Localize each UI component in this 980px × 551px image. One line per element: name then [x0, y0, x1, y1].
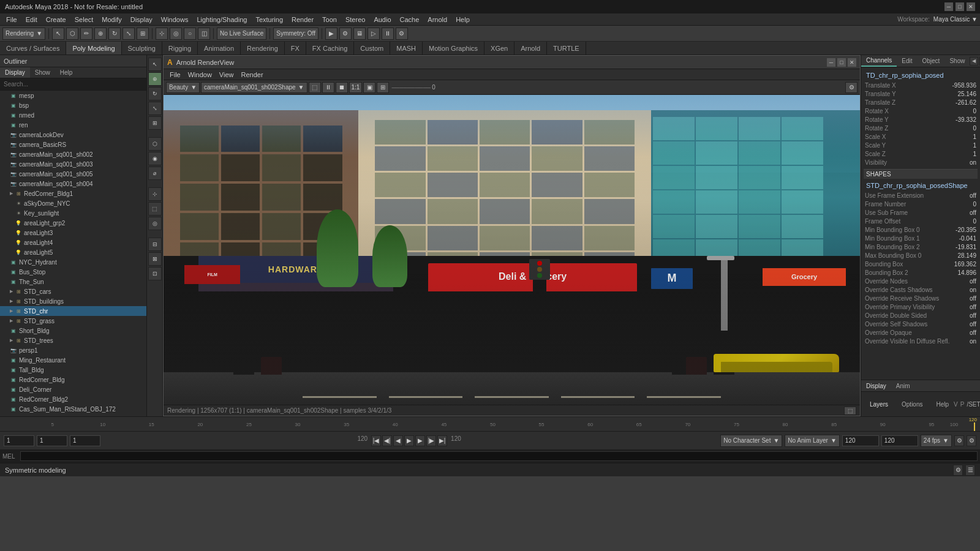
arnold-settings-btn[interactable]: ⚙	[845, 82, 858, 93]
prop-scale-z[interactable]: Scale Z 1	[864, 149, 978, 158]
outliner-item-camera-sh002[interactable]: 📷 cameraMain_sq001_sh002	[0, 149, 146, 159]
zoom-btn[interactable]: ⊞	[377, 82, 389, 93]
outliner-item-camera-basicRS[interactable]: 📷 camera_BasicRS	[0, 140, 146, 149]
prev-frame-btn[interactable]: ◀	[393, 435, 403, 446]
live-surface-dropdown[interactable]: No Live Surface	[217, 28, 266, 40]
arnold-close-btn[interactable]: ✕	[848, 58, 856, 67]
prop-use-frame-extension[interactable]: Use Frame Extension off	[864, 191, 978, 200]
symmetry-dropdown[interactable]: Symmetry: Off	[273, 28, 318, 40]
outliner-item-cameraLookDev[interactable]: 📷 cameraLookDev	[0, 130, 146, 140]
rb-tab-display[interactable]: Display	[861, 380, 891, 391]
tool-show-manip-btn[interactable]: ⊞	[148, 116, 162, 130]
arnold-menu-file[interactable]: File	[166, 70, 184, 80]
tool-scale-btn[interactable]: ⤡	[148, 102, 162, 115]
outliner-item-arealight5[interactable]: 💡 areaLight5	[0, 247, 146, 257]
start-frame-input[interactable]	[4, 435, 34, 446]
prop-scale-x[interactable]: Scale X 1	[864, 132, 978, 141]
right-tab-channels[interactable]: Channels	[861, 55, 897, 67]
prop-use-sub-frame[interactable]: Use Sub Frame off	[864, 208, 978, 217]
render-pause-btn[interactable]: ⏸	[322, 82, 334, 93]
current-frame-input[interactable]	[37, 435, 67, 446]
close-button[interactable]: ✕	[967, 2, 975, 11]
playback-options-btn[interactable]: ⚙	[954, 435, 964, 446]
menu-windows[interactable]: Windows	[157, 15, 192, 24]
rb-tab-anim[interactable]: Anim	[891, 380, 915, 391]
outliner-item-redcorner-bldg[interactable]: ▣ RedCorner_Bldg	[0, 375, 146, 384]
menu-select[interactable]: Select	[71, 15, 97, 24]
outliner-item-ren[interactable]: ▣ ren	[0, 120, 146, 130]
prop-max-bounding-box-0[interactable]: Max Bounding Box 0 28.149	[864, 251, 978, 260]
no-anim-layer-dropdown[interactable]: No Anim Layer ▼	[785, 435, 840, 447]
arnold-minimize-btn[interactable]: ─	[827, 58, 835, 67]
prop-override-primary-visibility[interactable]: Override Primary Visibility off	[864, 302, 978, 311]
prop-override-nodes[interactable]: Override Nodes off	[864, 277, 978, 285]
tool-xray-btn[interactable]: ◎	[148, 217, 162, 230]
camera-dropdown[interactable]: cameraMain_sq001_sh002Shape ▼	[201, 82, 307, 93]
outliner-item-std-trees[interactable]: ▶ ⊞ STD_trees	[0, 335, 146, 345]
outliner-item-short-bldg[interactable]: ▣ Short_Bldg	[0, 326, 146, 335]
arnold-titlebar[interactable]: A Arnold RenderView ─ □ ✕	[164, 56, 860, 69]
menu-file[interactable]: File	[2, 15, 21, 24]
tool-snap-curve[interactable]: ◎	[170, 28, 182, 40]
right-tab-edit[interactable]: Edit	[897, 55, 917, 67]
arnold-menu-window[interactable]: Window	[184, 70, 216, 80]
prop-override-visible-diffuse[interactable]: Override Visible In Diffuse Refl. on	[864, 337, 978, 345]
menu-display[interactable]: Display	[127, 15, 156, 24]
status-btn1[interactable]: ⚙	[953, 465, 963, 476]
tool-soft-select-btn[interactable]: ⬡	[148, 137, 162, 151]
tool-move[interactable]: ⊕	[94, 28, 107, 40]
menu-modify[interactable]: Modify	[98, 15, 125, 24]
tab-rendering[interactable]: Rendering	[241, 42, 285, 54]
tab-motion-graphics[interactable]: Motion Graphics	[423, 42, 484, 54]
snap-to-pixels-btn[interactable]: 1:1	[349, 82, 363, 93]
tool-snap-to-grid-btn[interactable]: ⊹	[148, 187, 162, 201]
prop-rotate-x[interactable]: Rotate X 0	[864, 107, 978, 115]
prop-frame-offset[interactable]: Frame Offset 0	[864, 217, 978, 225]
arnold-render-image[interactable]: HARDWARE Deli & Grocery M Grocery	[164, 95, 860, 405]
play-btn[interactable]: ▶	[404, 435, 414, 446]
maximize-button[interactable]: □	[956, 2, 964, 11]
tool-select-btn[interactable]: ↖	[148, 58, 162, 71]
timeline-options-btn[interactable]: ⚙	[967, 435, 976, 446]
tab-sculpting[interactable]: Sculpting	[122, 42, 162, 54]
rb-bottom-options[interactable]: Options	[897, 401, 927, 408]
menu-texturing[interactable]: Texturing	[252, 15, 287, 24]
settings-btn[interactable]: ⚙	[396, 28, 408, 40]
tool-snap-view[interactable]: ◫	[198, 28, 210, 40]
outliner-item-std-buildings[interactable]: ▶ ⊞ STD_buildings	[0, 296, 146, 306]
menu-create[interactable]: Create	[42, 15, 70, 24]
rb-bottom-layers[interactable]: Layers	[865, 401, 893, 408]
prop-override-casts-shadows[interactable]: Override Casts Shadows on	[864, 285, 978, 294]
right-tab-show[interactable]: Show	[944, 55, 970, 67]
goto-start-btn[interactable]: |◀	[371, 435, 381, 446]
tool-scale[interactable]: ⤡	[123, 28, 135, 40]
menu-toon[interactable]: Toon	[318, 15, 341, 24]
tool-rotate[interactable]: ↻	[108, 28, 121, 40]
stop-btn[interactable]: ⏸	[382, 28, 394, 40]
right-tab-object[interactable]: Object	[918, 55, 945, 67]
menu-arnold[interactable]: Arnold	[424, 15, 451, 24]
render-btn[interactable]: ▶	[325, 28, 337, 40]
status-btn2[interactable]: ☰	[965, 465, 975, 476]
prop-visibility[interactable]: Visibility on	[864, 158, 978, 167]
outliner-item-arealight3[interactable]: 💡 areaLight3	[0, 228, 146, 238]
tab-arnold[interactable]: Arnold	[514, 42, 547, 54]
outliner-item-std-grass[interactable]: ▶ ⊞ STD_grass	[0, 316, 146, 326]
outliner-item-persp1[interactable]: 📷 persp1	[0, 345, 146, 355]
minimize-button[interactable]: ─	[944, 2, 953, 11]
workspace-value[interactable]: Maya Classic ▼	[933, 16, 978, 23]
tool-paint-select-btn[interactable]: ◉	[148, 152, 162, 165]
arnold-maximize-btn[interactable]: □	[837, 58, 846, 67]
tool-extra2[interactable]: ⊠	[148, 252, 162, 266]
prop-scale-y[interactable]: Scale Y 1	[864, 141, 978, 149]
arnold-menu-view[interactable]: View	[216, 70, 238, 80]
next-frame-btn[interactable]: ▶	[415, 435, 425, 446]
next-keyframe-btn[interactable]: |▶	[426, 435, 436, 446]
rb-bottom-help[interactable]: Help	[931, 401, 954, 408]
arnold-window-controls[interactable]: ─ □ ✕	[827, 58, 856, 67]
end-frame-input[interactable]	[842, 435, 879, 446]
outliner-tab-show[interactable]: Show	[30, 67, 55, 78]
no-character-dropdown[interactable]: No Character Set ▼	[720, 435, 782, 447]
outliner-item-arealight4[interactable]: 💡 areaLight4	[0, 238, 146, 247]
arnold-menu-render[interactable]: Render	[238, 70, 267, 80]
